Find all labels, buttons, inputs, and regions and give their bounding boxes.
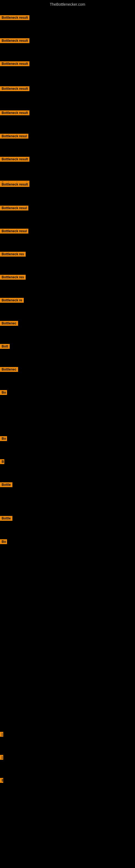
bottleneck-result-badge[interactable]: Bottle	[0, 516, 12, 521]
bottleneck-result-badge[interactable]: Bottleneck result	[0, 38, 30, 43]
bottleneck-result-badge[interactable]: Bottleneck resul	[0, 134, 28, 138]
bottleneck-result-badge[interactable]: Bottleneck result	[0, 15, 30, 20]
bottleneck-result-badge[interactable]: Bottleneck res	[0, 275, 26, 280]
bottleneck-result-badge[interactable]: Bottleneck resul	[0, 229, 28, 234]
bottleneck-result-badge[interactable]: Bottlenec	[0, 367, 18, 372]
bottleneck-result-badge[interactable]: Bottleneck res	[0, 252, 26, 257]
bottleneck-result-badge[interactable]: Bottleneck result	[0, 157, 30, 162]
bottleneck-result-badge[interactable]: Bo	[0, 390, 7, 395]
bottleneck-result-badge[interactable]: E	[0, 778, 3, 783]
bottleneck-result-badge[interactable]: |	[0, 732, 3, 737]
bottleneck-result-badge[interactable]: B	[0, 459, 4, 464]
bottleneck-result-badge[interactable]: Bott	[0, 344, 10, 349]
bottleneck-result-badge[interactable]: Bottleneck resul	[0, 206, 28, 211]
bottleneck-result-badge[interactable]: Bottleneck re	[0, 298, 24, 303]
site-title: TheBottlenecker.com	[0, 0, 135, 8]
bottleneck-result-badge[interactable]: Bo	[0, 436, 7, 441]
bottleneck-result-badge[interactable]: Bottleneck result	[0, 61, 30, 66]
bottleneck-result-badge[interactable]: Bo	[0, 539, 7, 544]
bottleneck-result-badge[interactable]: Bottlenec	[0, 321, 18, 326]
bottleneck-result-badge[interactable]: Bottleneck result	[0, 111, 30, 115]
bottleneck-result-badge[interactable]: |	[0, 755, 3, 760]
bottleneck-result-badge[interactable]: Bottle	[0, 482, 12, 487]
bottleneck-result-badge[interactable]: Bottleneck result	[0, 86, 30, 91]
bottleneck-result-badge[interactable]: Bottleneck result	[0, 182, 30, 187]
